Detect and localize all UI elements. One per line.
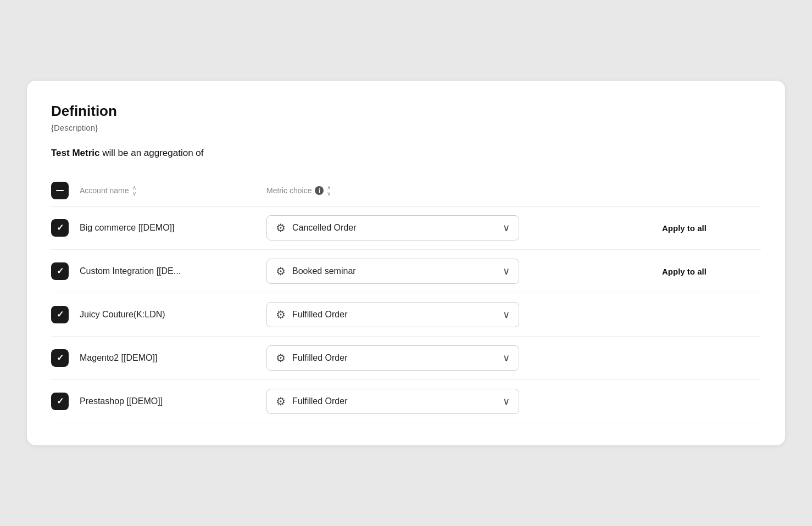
metric-value-5: Fulfilled Order (292, 396, 347, 406)
account-name-5: Prestashop [[DEMO]] (80, 396, 163, 406)
row-checkbox-col-3 (51, 306, 80, 323)
account-name-1: Big commerce [[DEMO]] (80, 223, 174, 233)
gear-icon-1: ⚙ (276, 221, 286, 234)
account-col-label: Account name (80, 186, 129, 195)
metric-dropdown-1[interactable]: ⚙ Cancelled Order ∨ (266, 215, 519, 240)
metric-dropdown-2[interactable]: ⚙ Booked seminar ∨ (266, 259, 519, 284)
metric-dropdown-left-4: ⚙ Fulfilled Order (276, 351, 347, 365)
account-name-4: Magento2 [[DEMO]] (80, 353, 157, 363)
definition-card: Definition {Description} Test Metric wil… (27, 81, 785, 445)
account-name-3: Juicy Couture(K:LDN) (80, 310, 165, 320)
metric-dropdown-left-1: ⚙ Cancelled Order (276, 221, 357, 234)
table-row: Big commerce [[DEMO]] ⚙ Cancelled Order … (51, 206, 761, 250)
row-checkbox-col-2 (51, 262, 80, 280)
row-metric-col-5: ⚙ Fulfilled Order ∨ (266, 389, 651, 414)
row-account-col-2: Custom Integration [[DE... (80, 266, 266, 276)
chevron-down-4: ∨ (503, 352, 510, 364)
row-metric-col-1: ⚙ Cancelled Order ∨ (266, 215, 651, 240)
metric-dropdown-left-2: ⚙ Booked seminar (276, 265, 356, 278)
definition-title: Definition (51, 103, 761, 120)
row-checkbox-4[interactable] (51, 349, 69, 367)
row-account-col-4: Magento2 [[DEMO]] (80, 353, 266, 363)
gear-icon-4: ⚙ (276, 351, 286, 365)
row-checkbox-5[interactable] (51, 393, 69, 410)
metric-value-4: Fulfilled Order (292, 353, 347, 363)
table-row: Prestashop [[DEMO]] ⚙ Fulfilled Order ∨ (51, 380, 761, 423)
gear-icon-5: ⚙ (276, 395, 286, 408)
row-checkbox-col-1 (51, 219, 80, 237)
row-checkbox-col-4 (51, 349, 80, 367)
chevron-down-1: ∨ (503, 222, 510, 234)
definition-description: {Description} (51, 123, 761, 132)
row-metric-col-2: ⚙ Booked seminar ∨ (266, 259, 651, 284)
metric-value-2: Booked seminar (292, 266, 356, 276)
account-name-2: Custom Integration [[DE... (80, 266, 181, 276)
row-metric-col-4: ⚙ Fulfilled Order ∨ (266, 345, 651, 371)
metric-sort-icon[interactable]: ∧ ∨ (327, 184, 331, 197)
chevron-down-3: ∨ (503, 309, 510, 321)
accounts-table: Account name ∧ ∨ Metric choice i ∧ ∨ (51, 176, 761, 423)
table-row: Custom Integration [[DE... ⚙ Booked semi… (51, 250, 761, 293)
account-sort-icon[interactable]: ∧ ∨ (132, 184, 136, 197)
metric-value-1: Cancelled Order (292, 223, 357, 233)
row-account-col-5: Prestashop [[DEMO]] (80, 396, 266, 406)
header-checkbox-col (51, 182, 80, 199)
gear-icon-2: ⚙ (276, 265, 286, 278)
row-metric-col-3: ⚙ Fulfilled Order ∨ (266, 302, 651, 327)
row-checkbox-3[interactable] (51, 306, 69, 323)
row-action-col-2: Apply to all (651, 267, 761, 276)
gear-icon-3: ⚙ (276, 308, 286, 321)
chevron-down-2: ∨ (503, 265, 510, 277)
table-header: Account name ∧ ∨ Metric choice i ∧ ∨ (51, 176, 761, 206)
row-checkbox-col-5 (51, 393, 80, 410)
row-account-col-3: Juicy Couture(K:LDN) (80, 310, 266, 320)
row-account-col-1: Big commerce [[DEMO]] (80, 223, 266, 233)
aggregation-text: Test Metric will be an aggregation of (51, 148, 761, 159)
row-checkbox-1[interactable] (51, 219, 69, 237)
header-account-col: Account name ∧ ∨ (80, 184, 266, 197)
metric-dropdown-left-3: ⚙ Fulfilled Order (276, 308, 347, 321)
metric-dropdown-3[interactable]: ⚙ Fulfilled Order ∨ (266, 302, 519, 327)
metric-dropdown-5[interactable]: ⚙ Fulfilled Order ∨ (266, 389, 519, 414)
metric-name-highlight: Test Metric (51, 148, 100, 158)
apply-to-all-1[interactable]: Apply to all (662, 223, 707, 233)
chevron-down-5: ∨ (503, 395, 510, 407)
metric-info-icon[interactable]: i (315, 186, 324, 195)
row-action-col-1: Apply to all (651, 223, 761, 233)
apply-to-all-2[interactable]: Apply to all (662, 267, 707, 276)
aggregation-text-suffix: will be an aggregation of (102, 148, 203, 158)
table-row: Magento2 [[DEMO]] ⚙ Fulfilled Order ∨ (51, 337, 761, 380)
header-metric-col: Metric choice i ∧ ∨ (266, 184, 651, 197)
select-all-checkbox[interactable] (51, 182, 69, 199)
metric-col-label: Metric choice (266, 186, 312, 195)
metric-dropdown-4[interactable]: ⚙ Fulfilled Order ∨ (266, 345, 519, 371)
metric-value-3: Fulfilled Order (292, 310, 347, 320)
metric-dropdown-left-5: ⚙ Fulfilled Order (276, 395, 347, 408)
row-checkbox-2[interactable] (51, 262, 69, 280)
table-row: Juicy Couture(K:LDN) ⚙ Fulfilled Order ∨ (51, 293, 761, 337)
